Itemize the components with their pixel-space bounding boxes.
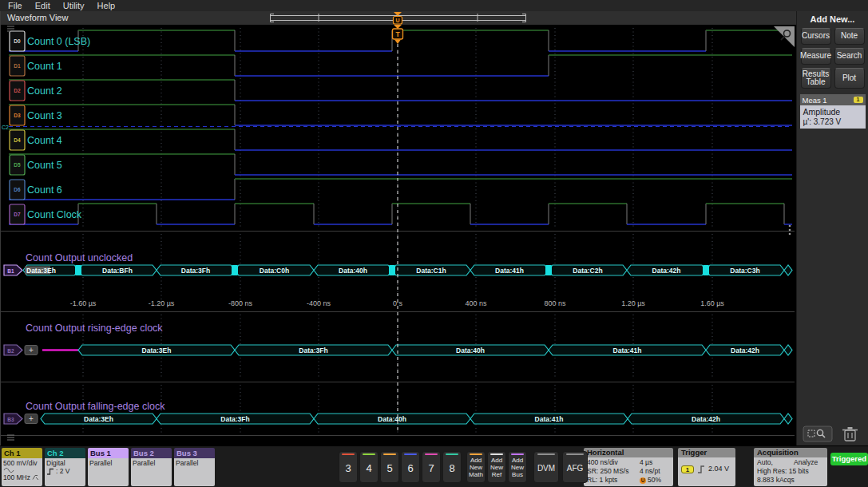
badge-body-line: 100 MHz	[3, 473, 41, 481]
add-new-bus-button[interactable]: AddNewBus	[508, 451, 527, 483]
sidebar-button-note[interactable]: Note	[834, 28, 865, 45]
instrument-label: AFG	[563, 464, 587, 473]
svg-text:Data:C1h: Data:C1h	[416, 267, 446, 275]
add-new-color-stripe	[511, 453, 524, 455]
probe-icon	[32, 474, 39, 481]
bus-badge-B2[interactable]: B2	[4, 345, 22, 355]
bus-badge-B1[interactable]: B1	[4, 265, 22, 275]
afg-button[interactable]: AFG	[562, 451, 588, 483]
menu-item-utility[interactable]: Utility	[63, 1, 85, 10]
pane-splitter-handle[interactable]	[789, 225, 791, 228]
digital-channel-D2[interactable]: D2Count 2	[9, 80, 792, 101]
waveform-view-tabbar: Waveform View U	[1, 11, 796, 25]
time-axis-label: -1.20 µs	[149, 299, 175, 307]
digital-channel-badge-D7[interactable]: D7	[10, 204, 25, 224]
digital-channel-badge-D3[interactable]: D3	[10, 105, 25, 125]
channel-button-5[interactable]: 5	[380, 451, 399, 483]
badge-title: Bus 1	[88, 448, 129, 458]
bus-B1[interactable]: Count Output unclockedB1Data:3EhData:BFh…	[4, 252, 792, 307]
dvm-button[interactable]: DVM	[533, 451, 559, 483]
badge-text: Parallel	[176, 459, 198, 467]
pane-splitter-handle[interactable]	[789, 233, 791, 236]
waveform-canvas[interactable]: C2D0Count 0 (LSB)D1Count 1D2Count 2D3Cou…	[1, 25, 797, 445]
svg-text:Data:40h: Data:40h	[456, 346, 485, 354]
channel-color-stripe	[383, 453, 396, 455]
ruler-trigger-marker[interactable]: U	[394, 12, 402, 24]
add-new-color-stripe	[470, 453, 482, 455]
digital-channel-badge-D4[interactable]: D4	[10, 130, 25, 150]
sine-icon	[3, 467, 14, 473]
sidebar-button-measure[interactable]: Measure	[801, 48, 831, 65]
channel-color-stripe	[404, 453, 417, 455]
trigger-panel-title: Trigger	[678, 448, 735, 457]
bus-segment[interactable]	[784, 414, 792, 424]
source-badge-bus-2[interactable]: Bus 2Parallel	[131, 448, 172, 486]
trigger-flag[interactable]: T	[393, 25, 403, 44]
time-axis-label: -400 ns	[307, 299, 331, 307]
time-axis-label: 1.20 µs	[621, 299, 645, 307]
sidebar-button-results-table[interactable]: Results Table	[801, 68, 831, 89]
menu-item-file[interactable]: File	[8, 1, 22, 10]
acquisition-panel[interactable]: Acquisition Auto,Analyze High Res: 15 bi…	[754, 448, 827, 486]
trash-button[interactable]	[842, 427, 858, 441]
channel-button-4[interactable]: 4	[359, 451, 379, 483]
time-axis-label: -800 ns	[228, 299, 253, 307]
menu-item-help[interactable]: Help	[97, 1, 116, 10]
svg-text:+: +	[29, 346, 34, 354]
digital-channel-badge-D0[interactable]: D0	[10, 31, 25, 51]
bus-expand-button-B3[interactable]: +	[25, 414, 38, 424]
trash-icon	[842, 427, 858, 441]
digital-channel-D5[interactable]: D5Count 5	[9, 154, 792, 175]
channel-color-stripe	[446, 453, 458, 455]
digital-channel-badge-D5[interactable]: D5	[10, 155, 25, 175]
digital-channel-badge-D6[interactable]: D6	[10, 180, 25, 200]
svg-text:D2: D2	[14, 88, 21, 93]
channel-button-8[interactable]: 8	[442, 451, 462, 483]
digital-channel-D6[interactable]: D6Count 6	[9, 179, 792, 200]
box-zoom-button[interactable]	[803, 426, 832, 441]
horizontal-panel[interactable]: Horizontal 400 ns/div4 µs SR: 250 MS/s4 …	[584, 448, 673, 486]
add-new-math-button[interactable]: AddNewMath	[466, 451, 486, 483]
badge-body: 500 mV/div100 MHz	[2, 458, 42, 486]
add-new-label: AddNewMath	[467, 457, 485, 479]
bus-badge-B3[interactable]: B3	[4, 414, 22, 424]
bus-expand-button-B2[interactable]: +	[25, 346, 38, 355]
digital-channel-D3[interactable]: D3Count 3	[9, 105, 792, 125]
add-new-label: AddNewRef	[488, 457, 505, 479]
channel-button-6[interactable]: 6	[401, 451, 420, 483]
horizontal-position: 50%	[648, 476, 661, 485]
menu-item-edit[interactable]: Edit	[35, 1, 50, 10]
waveform-view-window: Waveform View U C2D0Count 0 (LSB)D1Count…	[0, 11, 796, 445]
channel-button-3[interactable]: 3	[339, 451, 358, 483]
sidebar-button-cursors[interactable]: Cursors	[801, 28, 831, 45]
bus-segment[interactable]	[784, 265, 792, 275]
source-badge-bus-1[interactable]: Bus 1Parallel	[88, 448, 129, 486]
channel-button-7[interactable]: 7	[422, 451, 441, 483]
badge-text: : 2 V	[56, 467, 69, 475]
digital-channel-D1[interactable]: D1Count 1	[9, 55, 792, 76]
add-new-ref-button[interactable]: AddNewRef	[487, 451, 506, 483]
digital-channel-badge-D2[interactable]: D2	[10, 81, 25, 101]
digital-channel-D7[interactable]: D7Count Clock	[9, 204, 792, 224]
digital-channel-badge-D1[interactable]: D1	[10, 56, 25, 76]
source-badge-ch-2[interactable]: Ch 2Digital: 2 V	[45, 448, 85, 486]
trigger-source-badge: 1	[681, 465, 694, 473]
svg-text:B1: B1	[7, 268, 14, 274]
badge-body-line: Parallel	[176, 459, 213, 467]
triggered-status: Triggered	[830, 453, 868, 465]
bus-segment[interactable]	[784, 345, 792, 355]
pane-splitter-handle[interactable]	[789, 229, 791, 232]
source-badge-bus-3[interactable]: Bus 3Parallel	[174, 448, 215, 486]
sidebar-button-plot[interactable]: Plot	[834, 68, 865, 89]
measurement-type: Amplitude	[803, 107, 862, 117]
source-badge-ch-1[interactable]: Ch 1500 mV/div100 MHz	[2, 448, 42, 486]
add-new-color-stripe	[490, 453, 503, 455]
record-view-ruler[interactable]: U	[1, 11, 797, 25]
sidebar-button-search[interactable]: Search	[834, 48, 865, 65]
badge-body: Digital: 2 V	[45, 458, 85, 486]
corner-zoom-control[interactable]	[774, 26, 795, 47]
svg-text:Data:C2h: Data:C2h	[573, 267, 602, 275]
trigger-panel[interactable]: Trigger 1 2.04 V	[678, 448, 735, 486]
measurement-result-card[interactable]: Meas 1 1 Amplitude µ': 3.723 V	[800, 94, 866, 129]
digital-channel-D4[interactable]: D4Count 4	[9, 129, 792, 150]
